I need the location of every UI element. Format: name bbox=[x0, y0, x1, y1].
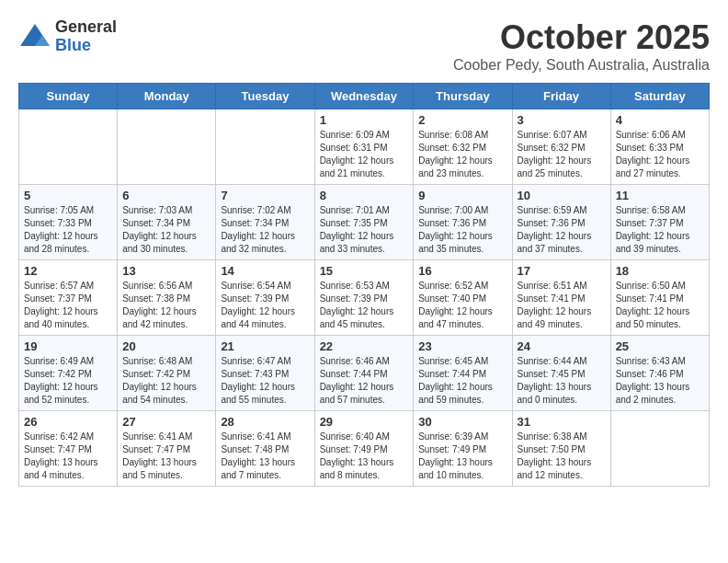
day-number: 24 bbox=[518, 339, 606, 353]
day-number: 23 bbox=[418, 339, 506, 353]
calendar-cell: 2Sunrise: 6:08 AM Sunset: 6:32 PM Daylig… bbox=[414, 109, 512, 185]
day-number: 3 bbox=[518, 113, 606, 127]
weekday-sunday: Sunday bbox=[19, 84, 118, 109]
calendar-cell: 8Sunrise: 7:01 AM Sunset: 7:35 PM Daylig… bbox=[314, 185, 414, 260]
calendar-cell: 3Sunrise: 6:07 AM Sunset: 6:32 PM Daylig… bbox=[512, 109, 610, 185]
calendar-cell: 4Sunrise: 6:06 AM Sunset: 6:33 PM Daylig… bbox=[610, 109, 709, 185]
calendar-cell: 6Sunrise: 7:03 AM Sunset: 7:34 PM Daylig… bbox=[118, 185, 216, 260]
calendar-cell bbox=[216, 109, 314, 185]
day-number: 11 bbox=[616, 189, 704, 202]
day-number: 17 bbox=[518, 264, 606, 278]
day-number: 14 bbox=[221, 264, 309, 278]
calendar-cell: 13Sunrise: 6:56 AM Sunset: 7:38 PM Dayli… bbox=[118, 260, 216, 336]
week-row-4: 19Sunrise: 6:49 AM Sunset: 7:42 PM Dayli… bbox=[19, 336, 710, 411]
day-number: 15 bbox=[320, 264, 409, 278]
calendar-cell: 16Sunrise: 6:52 AM Sunset: 7:40 PM Dayli… bbox=[414, 260, 512, 336]
calendar-cell: 15Sunrise: 6:53 AM Sunset: 7:39 PM Dayli… bbox=[314, 260, 414, 336]
logo-icon bbox=[18, 20, 51, 53]
day-info: Sunrise: 6:45 AM Sunset: 7:44 PM Dayligh… bbox=[418, 355, 506, 407]
day-number: 6 bbox=[122, 189, 210, 202]
weekday-saturday: Saturday bbox=[610, 84, 709, 109]
day-info: Sunrise: 6:57 AM Sunset: 7:37 PM Dayligh… bbox=[24, 280, 112, 331]
day-number: 30 bbox=[418, 415, 506, 429]
day-info: Sunrise: 6:56 AM Sunset: 7:38 PM Dayligh… bbox=[122, 280, 210, 331]
location-title: Coober Pedy, South Australia, Australia bbox=[453, 57, 710, 74]
page-header: General Blue October 2025 Coober Pedy, S… bbox=[18, 18, 710, 74]
day-info: Sunrise: 6:58 AM Sunset: 7:37 PM Dayligh… bbox=[616, 204, 704, 256]
day-number: 2 bbox=[418, 113, 506, 127]
day-number: 5 bbox=[24, 189, 112, 202]
day-number: 25 bbox=[616, 339, 704, 353]
day-info: Sunrise: 6:43 AM Sunset: 7:46 PM Dayligh… bbox=[616, 355, 704, 407]
weekday-header-row: SundayMondayTuesdayWednesdayThursdayFrid… bbox=[19, 84, 710, 109]
calendar-cell: 18Sunrise: 6:50 AM Sunset: 7:41 PM Dayli… bbox=[610, 260, 709, 336]
calendar-cell: 21Sunrise: 6:47 AM Sunset: 7:43 PM Dayli… bbox=[216, 336, 314, 411]
calendar-cell: 22Sunrise: 6:46 AM Sunset: 7:44 PM Dayli… bbox=[314, 336, 414, 411]
calendar-cell: 25Sunrise: 6:43 AM Sunset: 7:46 PM Dayli… bbox=[610, 336, 709, 411]
day-number: 4 bbox=[616, 113, 704, 127]
calendar-cell: 10Sunrise: 6:59 AM Sunset: 7:36 PM Dayli… bbox=[512, 185, 610, 260]
day-number: 31 bbox=[518, 415, 606, 429]
calendar-cell: 1Sunrise: 6:09 AM Sunset: 6:31 PM Daylig… bbox=[314, 109, 414, 185]
day-info: Sunrise: 6:47 AM Sunset: 7:43 PM Dayligh… bbox=[221, 355, 309, 407]
day-number: 18 bbox=[616, 264, 704, 278]
day-info: Sunrise: 7:05 AM Sunset: 7:33 PM Dayligh… bbox=[24, 204, 112, 256]
weekday-tuesday: Tuesday bbox=[216, 84, 314, 109]
day-info: Sunrise: 6:49 AM Sunset: 7:42 PM Dayligh… bbox=[24, 355, 112, 407]
day-info: Sunrise: 6:38 AM Sunset: 7:50 PM Dayligh… bbox=[518, 431, 606, 482]
week-row-5: 26Sunrise: 6:42 AM Sunset: 7:47 PM Dayli… bbox=[19, 411, 710, 487]
day-number: 22 bbox=[320, 339, 409, 353]
calendar-cell bbox=[118, 109, 216, 185]
day-info: Sunrise: 6:42 AM Sunset: 7:47 PM Dayligh… bbox=[24, 431, 112, 482]
day-info: Sunrise: 6:08 AM Sunset: 6:32 PM Dayligh… bbox=[418, 129, 506, 180]
day-number: 29 bbox=[320, 415, 409, 429]
day-info: Sunrise: 6:09 AM Sunset: 6:31 PM Dayligh… bbox=[320, 129, 409, 180]
calendar-cell: 12Sunrise: 6:57 AM Sunset: 7:37 PM Dayli… bbox=[19, 260, 118, 336]
day-number: 19 bbox=[24, 339, 112, 353]
day-info: Sunrise: 6:06 AM Sunset: 6:33 PM Dayligh… bbox=[616, 129, 704, 180]
calendar-cell: 9Sunrise: 7:00 AM Sunset: 7:36 PM Daylig… bbox=[414, 185, 512, 260]
day-number: 26 bbox=[24, 415, 112, 429]
day-info: Sunrise: 7:03 AM Sunset: 7:34 PM Dayligh… bbox=[122, 204, 210, 256]
calendar-cell: 11Sunrise: 6:58 AM Sunset: 7:37 PM Dayli… bbox=[610, 185, 709, 260]
weekday-wednesday: Wednesday bbox=[314, 84, 414, 109]
day-info: Sunrise: 7:02 AM Sunset: 7:34 PM Dayligh… bbox=[221, 204, 309, 256]
calendar-header: SundayMondayTuesdayWednesdayThursdayFrid… bbox=[19, 84, 710, 109]
calendar-cell: 31Sunrise: 6:38 AM Sunset: 7:50 PM Dayli… bbox=[512, 411, 610, 487]
day-number: 28 bbox=[221, 415, 309, 429]
calendar-cell: 14Sunrise: 6:54 AM Sunset: 7:39 PM Dayli… bbox=[216, 260, 314, 336]
calendar: SundayMondayTuesdayWednesdayThursdayFrid… bbox=[18, 83, 710, 487]
calendar-cell bbox=[19, 109, 118, 185]
day-number: 21 bbox=[221, 339, 309, 353]
day-info: Sunrise: 6:46 AM Sunset: 7:44 PM Dayligh… bbox=[320, 355, 409, 407]
calendar-body: 1Sunrise: 6:09 AM Sunset: 6:31 PM Daylig… bbox=[19, 109, 710, 487]
day-number: 1 bbox=[320, 113, 409, 127]
month-title: October 2025 bbox=[453, 18, 710, 57]
calendar-cell: 7Sunrise: 7:02 AM Sunset: 7:34 PM Daylig… bbox=[216, 185, 314, 260]
day-number: 12 bbox=[24, 264, 112, 278]
day-info: Sunrise: 6:53 AM Sunset: 7:39 PM Dayligh… bbox=[320, 280, 409, 331]
calendar-cell bbox=[610, 411, 709, 487]
logo-general: General bbox=[55, 18, 117, 37]
day-number: 27 bbox=[122, 415, 210, 429]
week-row-2: 5Sunrise: 7:05 AM Sunset: 7:33 PM Daylig… bbox=[19, 185, 710, 260]
calendar-cell: 29Sunrise: 6:40 AM Sunset: 7:49 PM Dayli… bbox=[314, 411, 414, 487]
day-info: Sunrise: 6:41 AM Sunset: 7:47 PM Dayligh… bbox=[122, 431, 210, 482]
day-number: 16 bbox=[418, 264, 506, 278]
calendar-cell: 23Sunrise: 6:45 AM Sunset: 7:44 PM Dayli… bbox=[414, 336, 512, 411]
calendar-cell: 28Sunrise: 6:41 AM Sunset: 7:48 PM Dayli… bbox=[216, 411, 314, 487]
day-info: Sunrise: 6:48 AM Sunset: 7:42 PM Dayligh… bbox=[122, 355, 210, 407]
day-info: Sunrise: 6:41 AM Sunset: 7:48 PM Dayligh… bbox=[221, 431, 309, 482]
logo: General Blue bbox=[18, 18, 117, 55]
calendar-cell: 26Sunrise: 6:42 AM Sunset: 7:47 PM Dayli… bbox=[19, 411, 118, 487]
day-number: 13 bbox=[122, 264, 210, 278]
day-info: Sunrise: 6:51 AM Sunset: 7:41 PM Dayligh… bbox=[518, 280, 606, 331]
day-info: Sunrise: 6:07 AM Sunset: 6:32 PM Dayligh… bbox=[518, 129, 606, 180]
day-info: Sunrise: 6:39 AM Sunset: 7:49 PM Dayligh… bbox=[418, 431, 506, 482]
weekday-monday: Monday bbox=[118, 84, 216, 109]
title-block: October 2025 Coober Pedy, South Australi… bbox=[453, 18, 710, 74]
week-row-1: 1Sunrise: 6:09 AM Sunset: 6:31 PM Daylig… bbox=[19, 109, 710, 185]
day-info: Sunrise: 6:40 AM Sunset: 7:49 PM Dayligh… bbox=[320, 431, 409, 482]
day-number: 20 bbox=[122, 339, 210, 353]
day-info: Sunrise: 7:00 AM Sunset: 7:36 PM Dayligh… bbox=[418, 204, 506, 256]
